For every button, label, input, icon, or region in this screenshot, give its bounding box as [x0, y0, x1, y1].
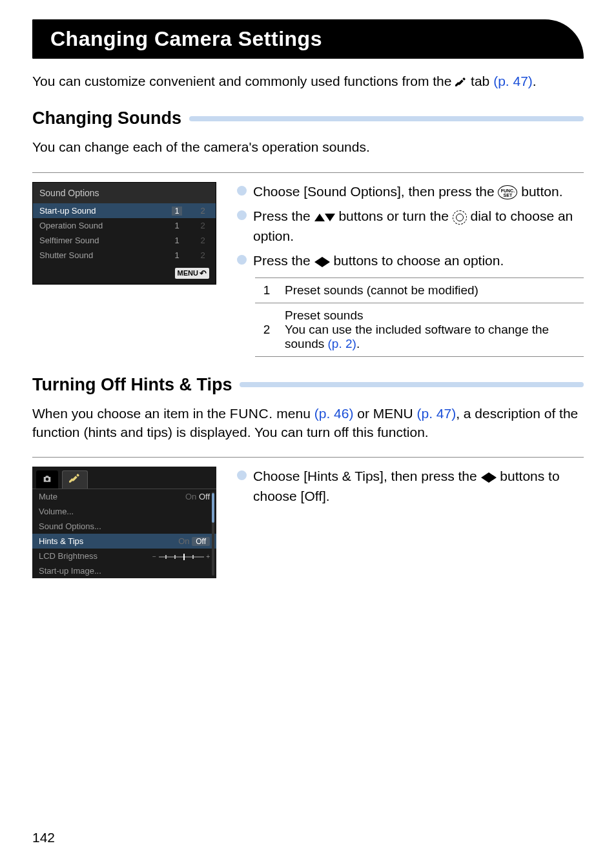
setup-menu-screenshot: Mute On Off Volume... Sound Options... [32, 467, 216, 578]
lcd-row-operation: Operation Sound 1 2 [33, 218, 216, 233]
right-triangle-icon [489, 472, 497, 483]
s2-desc-a: When you choose an item in the [32, 406, 230, 421]
undo-arrow-icon: ↶ [200, 268, 207, 278]
s2-bullet-a: Choose [Hints & Tips], then press the [253, 469, 481, 483]
hints-label: Hints & Tips [32, 534, 125, 549]
b2-text-a: Press the [253, 208, 314, 223]
s2-link2: (p. 47) [416, 406, 456, 421]
brightness-label: LCD Brightness [32, 549, 125, 563]
page-number: 142 [32, 830, 55, 845]
tools-icon [69, 472, 81, 486]
lcd-row-startup-v1: 1 [172, 207, 183, 216]
up-triangle-icon [314, 214, 325, 221]
bullet-dot [237, 255, 247, 265]
intro-paragraph: You can customize convenient and commonl… [32, 72, 584, 90]
sound-options-screenshot: Sound Options Start-up Sound 1 2 Operati… [32, 182, 216, 285]
lcd-row-shutter-v2: 2 [190, 248, 216, 263]
section1-divider [32, 172, 584, 173]
bullet-2: Press the buttons or turn the dial to ch… [237, 207, 584, 246]
hints-on: On [178, 536, 189, 546]
table-row: 2 Preset sounds You can use the included… [255, 303, 584, 356]
lcd-row-startup: Start-up Sound 1 2 [33, 203, 216, 218]
hints-off: Off [192, 537, 210, 546]
menu-row-startup-image: Start-up Image... [32, 563, 216, 578]
bullet-1: Choose [Sound Options], then press the F… [237, 182, 584, 201]
menu-row-sound: Sound Options... [32, 519, 216, 534]
menu-row-mute: Mute On Off [32, 489, 216, 504]
b2-text-b: buttons or turn the [338, 208, 452, 223]
intro-tab-word: tab [471, 74, 493, 88]
menu-row-hints: Hints & Tips On Off [32, 534, 216, 549]
lcd-row-shutter-v1: 1 [164, 248, 190, 263]
lcd-row-shutter-label: Shutter Sound [33, 248, 164, 263]
section2-rule [240, 382, 584, 387]
b3-text-b: buttons to choose an option. [333, 253, 504, 268]
s2-link1: (p. 46) [314, 406, 354, 421]
menu-badge-text: MENU [178, 269, 198, 277]
lcd-row-operation-v1: 1 [164, 218, 190, 233]
mute-on: On [185, 492, 196, 501]
section1-heading: Changing Sounds [32, 108, 181, 128]
preset-row2-line2b: . [356, 337, 360, 350]
b1-text-a: Choose [Sound Options], then press the [253, 184, 498, 199]
section1-rule [189, 116, 584, 121]
b3-text-a: Press the [253, 253, 314, 268]
down-triangle-icon [325, 214, 335, 221]
preset-row1-text: Preset sounds (cannot be modified) [278, 278, 584, 303]
section2-bullet: Choose [Hints & Tips], then press the bu… [237, 467, 584, 506]
section1-desc: You can change each of the camera's oper… [32, 137, 584, 156]
func-label: FUNC. [230, 406, 273, 421]
menu-scrollbar [212, 492, 214, 576]
bullet-dot [237, 186, 247, 196]
bullet-dot [237, 210, 247, 220]
left-triangle-icon [481, 472, 489, 483]
bullet-3: Press the buttons to choose an option. [237, 251, 584, 270]
intro-page-ref: (p. 47) [493, 74, 533, 88]
mute-label: Mute [32, 489, 125, 504]
lcd-title: Sound Options [33, 183, 216, 203]
table-row: 1 Preset sounds (cannot be modified) [255, 278, 584, 303]
section2-desc: When you choose an item in the FUNC. men… [32, 404, 584, 442]
lcd-row-startup-label: Start-up Sound [33, 203, 164, 218]
preset-row2-line2a: You can use the included software to cha… [285, 323, 549, 350]
b1-text-b: button. [521, 184, 562, 199]
preset-row1-num: 1 [255, 278, 278, 303]
func-set-button-icon: FUNC.SET [498, 185, 517, 199]
lcd-row-selftimer-label: Selftimer Sound [33, 233, 164, 248]
section2-divider [32, 457, 584, 458]
lcd-row-selftimer-v2: 2 [190, 233, 216, 248]
camera-icon [43, 475, 52, 483]
preset-row2-cell: Preset sounds You can use the included s… [278, 303, 584, 356]
chapter-title-bar: Changing Camera Settings [32, 19, 584, 59]
preset-table: 1 Preset sounds (cannot be modified) 2 P… [255, 278, 584, 357]
mute-off: Off [199, 492, 210, 501]
menu-row-brightness: LCD Brightness − + [32, 549, 216, 563]
bullet-dot [237, 470, 247, 480]
chapter-title: Changing Camera Settings [50, 27, 566, 51]
tools-tab [62, 470, 88, 489]
preset-row2-num: 2 [255, 303, 278, 356]
lcd-row-startup-v2: 2 [190, 203, 216, 218]
intro-prefix: You can customize convenient and commonl… [32, 74, 455, 88]
right-triangle-icon [322, 257, 330, 267]
lcd-row-selftimer-v1: 1 [164, 233, 190, 248]
intro-period: . [533, 74, 537, 88]
startup-image-label: Start-up Image... [32, 563, 216, 578]
section2-heading-row: Turning Off Hints & Tips [32, 375, 584, 395]
left-triangle-icon [314, 257, 322, 267]
camera-tab [36, 470, 58, 489]
tools-tab-icon [455, 75, 467, 89]
s2-desc-b: menu [276, 406, 314, 421]
volume-label: Volume... [32, 504, 216, 519]
lcd-row-selftimer: Selftimer Sound 1 2 [33, 233, 216, 248]
sound-options-label: Sound Options... [32, 519, 216, 534]
menu-row-volume: Volume... [32, 504, 216, 519]
lcd-row-operation-v2: 2 [190, 218, 216, 233]
lcd-row-operation-label: Operation Sound [33, 218, 164, 233]
preset-row2-line1: Preset sounds [285, 308, 577, 323]
section1-heading-row: Changing Sounds [32, 108, 584, 128]
preset-row2-link: (p. 2) [328, 337, 356, 350]
menu-badge: MENU ↶ [175, 268, 209, 279]
s2-desc-c: or MENU [357, 406, 416, 421]
brightness-slider-icon [159, 555, 204, 559]
